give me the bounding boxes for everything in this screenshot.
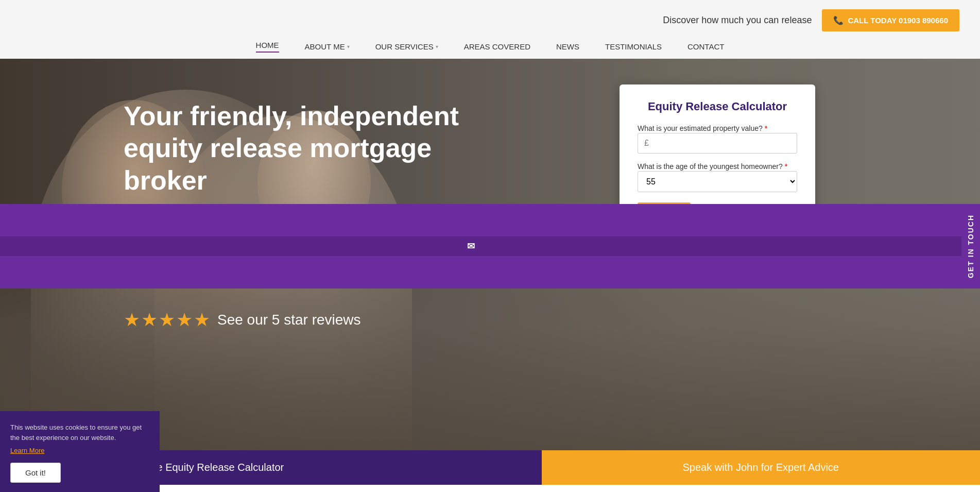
hero-title: Your friendly, independent equity releas…	[124, 100, 484, 196]
chevron-down-icon: ▾	[347, 44, 350, 49]
nav-label-services: OUR SERVICES	[375, 42, 434, 51]
nav-item-news[interactable]: NEWS	[556, 41, 579, 53]
nav-item-home[interactable]: HOME	[256, 41, 279, 53]
cookie-text: This website uses cookies to ensure you …	[10, 422, 149, 443]
chevron-down-icon-2: ▾	[436, 44, 438, 49]
nav-item-testimonials[interactable]: TESTIMONIALS	[605, 41, 662, 53]
cookie-banner: This website uses cookies to ensure you …	[0, 411, 160, 485]
property-value-input[interactable]	[638, 133, 797, 154]
header: Discover how much you can release 📞 CALL…	[0, 0, 980, 59]
nav-label-home: HOME	[256, 41, 279, 49]
main-nav: HOME ABOUT ME ▾ OUR SERVICES ▾ AREAS COV…	[0, 36, 980, 59]
nav-label-testimonials: TESTIMONIALS	[605, 42, 662, 51]
header-tagline: Discover how much you can release	[663, 15, 812, 26]
nav-item-services[interactable]: OUR SERVICES ▾	[375, 41, 438, 53]
stars-label: See our 5 star reviews	[217, 312, 361, 328]
nav-label-about: ABOUT ME	[305, 42, 345, 51]
envelope-icon: ✉	[0, 236, 961, 256]
get-in-touch-tab[interactable]: GET IN TOUCH ✉	[0, 203, 980, 288]
nav-item-about[interactable]: ABOUT ME ▾	[305, 41, 350, 53]
property-label: What is your estimated property value? *	[638, 124, 767, 132]
stars-icon: ★★★★★	[124, 309, 211, 331]
learn-more-link[interactable]: Learn More	[10, 447, 149, 454]
bottom-banner-right: Speak with John for Expert Advice	[542, 450, 981, 485]
call-button[interactable]: 📞 CALL TODAY 01903 890660	[822, 9, 959, 31]
got-it-label: Got it!	[25, 468, 46, 477]
get-in-touch-label: GET IN TOUCH	[967, 214, 975, 278]
call-button-label: CALL TODAY 01903 890660	[848, 16, 948, 25]
phone-icon: 📞	[833, 15, 844, 25]
age-label: What is the age of the youngest homeowne…	[638, 162, 787, 171]
calc-title: Equity Release Calculator	[638, 100, 797, 113]
hero-content: Your friendly, independent equity releas…	[0, 59, 980, 331]
reviews-row: ★★★★★ See our 5 star reviews	[124, 309, 949, 331]
nav-item-areas[interactable]: AREAS COVERED	[464, 41, 530, 53]
header-top: Discover how much you can release 📞 CALL…	[0, 5, 980, 36]
got-it-button[interactable]: Got it!	[10, 463, 61, 483]
age-select[interactable]: 55 56 57 58 59 60 61 62 63 64 65 70 75 8…	[638, 171, 797, 192]
required-marker-2: *	[785, 162, 787, 171]
nav-label-areas: AREAS COVERED	[464, 42, 530, 51]
nav-item-contact[interactable]: CONTACT	[687, 41, 724, 53]
required-marker: *	[765, 124, 767, 132]
nav-label-news: NEWS	[556, 42, 579, 51]
nav-label-contact: CONTACT	[687, 42, 724, 51]
